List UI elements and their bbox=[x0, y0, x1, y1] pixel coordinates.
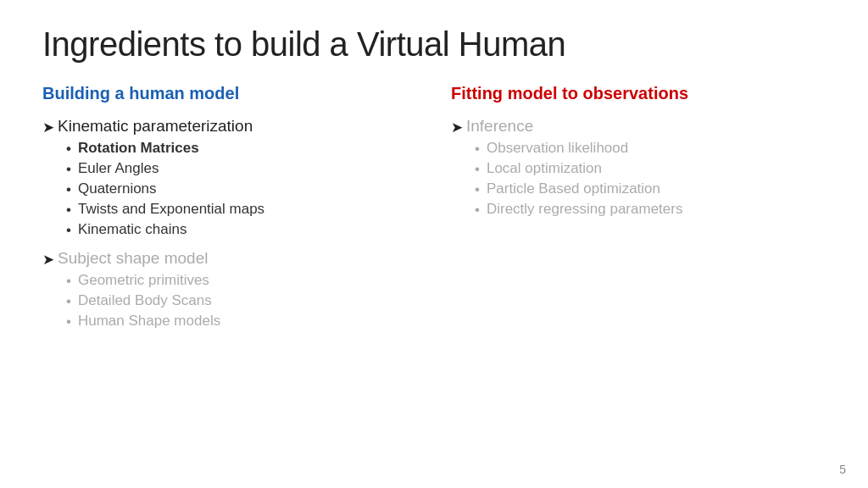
subject-shape-category-block: ➤ Subject shape model • Geometric primit… bbox=[42, 249, 417, 330]
subject-shape-bullet-list: • Geometric primitives • Detailed Body S… bbox=[66, 272, 417, 330]
bullet-text: Local optimization bbox=[487, 160, 602, 177]
inference-bullet-list: • Observation likelihood • Local optimiz… bbox=[475, 140, 826, 219]
bullet-dot: • bbox=[475, 141, 480, 158]
kinematic-category-item: ➤ Kinematic parameterization bbox=[42, 117, 417, 136]
bullet-text: Directly regressing parameters bbox=[487, 201, 682, 218]
bullet-dot: • bbox=[66, 141, 71, 158]
bullet-text: Kinematic chains bbox=[78, 221, 187, 238]
kinematic-category-block: ➤ Kinematic parameterization • Rotation … bbox=[42, 117, 417, 239]
bullet-text: Rotation Matrices bbox=[78, 140, 199, 157]
bullet-detailed-body-scans: • Detailed Body Scans bbox=[66, 292, 417, 310]
bullet-dot: • bbox=[475, 181, 480, 198]
bullet-text: Particle Based optimization bbox=[487, 180, 660, 197]
bullet-dot: • bbox=[66, 181, 71, 198]
kinematic-label: Kinematic parameterization bbox=[58, 117, 253, 136]
inference-category-block: ➤ Inference • Observation likelihood • L… bbox=[451, 117, 826, 219]
slide: Ingredients to build a Virtual Human Bui… bbox=[0, 0, 868, 488]
page-number: 5 bbox=[839, 463, 846, 476]
bullet-text: Observation likelihood bbox=[487, 140, 628, 157]
bullet-dot: • bbox=[66, 202, 71, 219]
right-column-heading: Fitting model to observations bbox=[451, 84, 826, 103]
bullet-text: Geometric primitives bbox=[78, 272, 209, 289]
bullet-text: Detailed Body Scans bbox=[78, 292, 212, 309]
left-column-heading: Building a human model bbox=[42, 84, 417, 103]
bullet-text: Euler Angles bbox=[78, 160, 159, 177]
bullet-euler-angles: • Euler Angles bbox=[66, 160, 417, 178]
bullet-text: Quaternions bbox=[78, 180, 157, 197]
bullet-kinematic-chains: • Kinematic chains bbox=[66, 221, 417, 239]
bullet-text: Twists and Exponential maps bbox=[78, 201, 264, 218]
bullet-particle-based-optimization: • Particle Based optimization bbox=[475, 180, 826, 198]
arrow-icon: ➤ bbox=[42, 251, 54, 269]
bullet-dot: • bbox=[475, 202, 480, 219]
arrow-icon: ➤ bbox=[451, 119, 463, 136]
bullet-dot: • bbox=[66, 293, 71, 310]
bullet-dot: • bbox=[475, 161, 480, 178]
bullet-dot: • bbox=[66, 161, 71, 178]
arrow-icon: ➤ bbox=[42, 119, 54, 136]
left-column: Building a human model ➤ Kinematic param… bbox=[42, 84, 434, 341]
bullet-observation-likelihood: • Observation likelihood bbox=[475, 140, 826, 158]
kinematic-bullet-list: • Rotation Matrices • Euler Angles • Qua… bbox=[66, 140, 417, 239]
bullet-dot: • bbox=[66, 273, 71, 290]
bullet-dot: • bbox=[66, 222, 71, 239]
bullet-human-shape-models: • Human Shape models bbox=[66, 313, 417, 330]
columns-container: Building a human model ➤ Kinematic param… bbox=[42, 84, 826, 341]
inference-category-item: ➤ Inference bbox=[451, 117, 826, 136]
bullet-text: Human Shape models bbox=[78, 313, 220, 330]
bullet-quaternions: • Quaternions bbox=[66, 180, 417, 198]
bullet-twists: • Twists and Exponential maps bbox=[66, 201, 417, 219]
bullet-local-optimization: • Local optimization bbox=[475, 160, 826, 178]
subject-shape-label: Subject shape model bbox=[58, 249, 208, 268]
right-column: Fitting model to observations ➤ Inferenc… bbox=[434, 84, 826, 341]
slide-title: Ingredients to build a Virtual Human bbox=[42, 25, 826, 64]
bullet-rotation-matrices: • Rotation Matrices bbox=[66, 140, 417, 158]
subject-shape-category-item: ➤ Subject shape model bbox=[42, 249, 417, 269]
bullet-dot: • bbox=[66, 313, 71, 330]
bullet-geometric-primitives: • Geometric primitives bbox=[66, 272, 417, 290]
bullet-directly-regressing: • Directly regressing parameters bbox=[475, 201, 826, 219]
inference-label: Inference bbox=[466, 117, 533, 136]
